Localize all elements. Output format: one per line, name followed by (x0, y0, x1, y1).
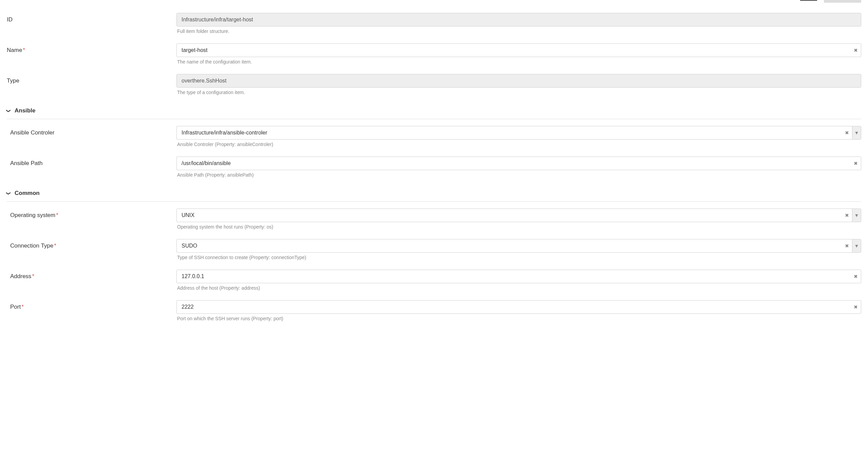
input-port[interactable]: ✖ (176, 300, 861, 314)
clear-icon[interactable]: ✖ (851, 301, 861, 313)
input-address[interactable]: ✖ (176, 270, 861, 283)
label-name: Name* (7, 43, 176, 54)
row-ansible-path: Ansible Path ✖ Ansible Path (Property: a… (10, 157, 861, 178)
chevron-down-icon: ❯ (6, 109, 11, 113)
label-id: ID (7, 13, 176, 23)
input-address-field[interactable] (177, 270, 851, 283)
clear-icon[interactable]: ✖ (851, 44, 861, 57)
label-type-text: Type (7, 77, 19, 84)
help-type: The type of a configuration item. (176, 90, 861, 95)
section-common-fields: Operating system* ✖ ▼ Operating system t… (7, 209, 861, 321)
clear-icon[interactable]: ✖ (842, 239, 852, 252)
label-type: Type (7, 74, 176, 84)
section-title-common: Common (15, 190, 40, 197)
label-address-text: Address (10, 273, 31, 279)
dropdown-icon[interactable]: ▼ (852, 126, 861, 139)
label-ansible-path: Ansible Path (10, 157, 176, 167)
label-connection-type-text: Connection Type (10, 242, 53, 249)
row-type: Type The type of a configuration item. (7, 74, 861, 95)
label-ansible-controller-text: Ansible Controler (10, 129, 54, 136)
label-os: Operating system* (10, 209, 176, 219)
required-address: * (32, 273, 34, 279)
clear-icon[interactable]: ✖ (851, 270, 861, 283)
label-ansible-path-text: Ansible Path (10, 160, 42, 166)
help-name: The name of the configuration item. (176, 59, 861, 65)
label-os-text: Operating system (10, 212, 55, 218)
input-os-field[interactable] (177, 209, 842, 222)
label-name-text: Name (7, 47, 22, 53)
input-name-field[interactable] (177, 44, 851, 57)
required-name: * (23, 47, 25, 53)
help-os: Operating system the host runs (Property… (176, 224, 861, 230)
input-os[interactable]: ✖ ▼ (176, 209, 861, 222)
row-address: Address* ✖ Address of the host (Property… (10, 270, 861, 291)
row-port: Port* ✖ Port on which the SSH server run… (10, 300, 861, 321)
input-ansible-path-field[interactable] (177, 157, 851, 170)
input-id (176, 13, 861, 26)
input-port-field[interactable] (177, 301, 851, 313)
input-ansible-controller-field[interactable] (177, 126, 842, 139)
top-action-dark[interactable] (800, 0, 817, 1)
required-os: * (56, 212, 58, 218)
dropdown-icon[interactable]: ▼ (852, 239, 861, 252)
required-port: * (21, 304, 24, 310)
label-id-text: ID (7, 16, 13, 23)
row-ansible-controller: Ansible Controler ✖ ▼ Ansible Controler … (10, 126, 861, 147)
row-connection-type: Connection Type* ✖ ▼ Type of SSH connect… (10, 239, 861, 260)
input-connection-type-field[interactable] (177, 239, 842, 252)
section-header-common[interactable]: ❯ Common (7, 187, 861, 202)
clear-icon[interactable]: ✖ (842, 209, 852, 222)
row-os: Operating system* ✖ ▼ Operating system t… (10, 209, 861, 230)
input-type-field (177, 74, 861, 87)
input-type (176, 74, 861, 88)
section-title-ansible: Ansible (15, 107, 35, 114)
input-ansible-controller[interactable]: ✖ ▼ (176, 126, 861, 140)
form-container: ID Full item folder structure. Name* ✖ T… (7, 13, 861, 321)
help-address: Address of the host (Property: address) (176, 285, 861, 291)
input-ansible-path[interactable]: ✖ (176, 157, 861, 170)
label-address: Address* (10, 270, 176, 280)
label-connection-type: Connection Type* (10, 239, 176, 249)
row-name: Name* ✖ The name of the configuration it… (7, 43, 861, 65)
dropdown-icon[interactable]: ▼ (852, 209, 861, 222)
row-id: ID Full item folder structure. (7, 13, 861, 34)
label-port: Port* (10, 300, 176, 310)
clear-icon[interactable]: ✖ (851, 157, 861, 170)
help-id: Full item folder structure. (176, 29, 861, 34)
input-connection-type[interactable]: ✖ ▼ (176, 239, 861, 253)
input-id-field (177, 13, 861, 26)
section-ansible-fields: Ansible Controler ✖ ▼ Ansible Controler … (7, 126, 861, 178)
clear-icon[interactable]: ✖ (842, 126, 852, 139)
top-action-grey[interactable] (824, 0, 861, 3)
label-ansible-controller: Ansible Controler (10, 126, 176, 136)
input-name[interactable]: ✖ (176, 43, 861, 57)
section-header-ansible[interactable]: ❯ Ansible (7, 105, 861, 119)
required-connection-type: * (54, 242, 56, 249)
label-port-text: Port (10, 304, 21, 310)
chevron-down-icon: ❯ (6, 192, 11, 195)
help-port: Port on which the SSH server runs (Prope… (176, 316, 861, 321)
help-connection-type: Type of SSH connection to create (Proper… (176, 255, 861, 260)
help-ansible-path: Ansible Path (Property: ansiblePath) (176, 172, 861, 178)
help-ansible-controller: Ansible Controler (Property: ansibleCont… (176, 142, 861, 147)
